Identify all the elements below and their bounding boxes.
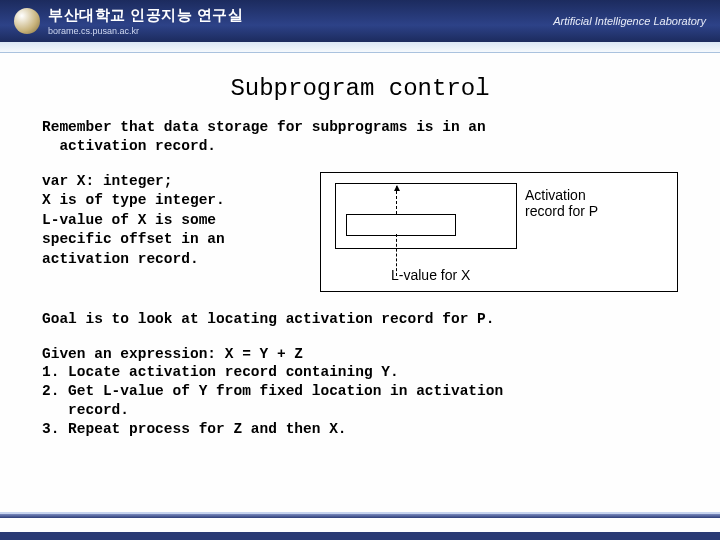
- activation-record-diagram: Activation record for P L-value for X: [320, 172, 678, 292]
- code-block: var X: integer; X is of type integer. L-…: [42, 172, 302, 270]
- steps-text: Given an expression: X = Y + Z 1. Locate…: [42, 345, 678, 439]
- diagram-lvalue-label: L-value for X: [391, 267, 470, 283]
- lab-name-block: 부산대학교 인공지능 연구실 borame.cs.pusan.ac.kr: [48, 6, 243, 36]
- diagram-ar-label: Activation record for P: [525, 187, 598, 221]
- arrow-up-icon: [396, 186, 397, 214]
- slide: 부산대학교 인공지능 연구실 borame.cs.pusan.ac.kr Art…: [0, 0, 720, 540]
- slide-title: Subprogram control: [42, 75, 678, 102]
- lab-name-kr: 부산대학교 인공지능 연구실: [48, 6, 243, 23]
- code-and-diagram-row: var X: integer; X is of type integer. L-…: [42, 172, 678, 292]
- header-left: 부산대학교 인공지능 연구실 borame.cs.pusan.ac.kr: [14, 6, 243, 36]
- lvalue-cell-rect: [346, 214, 456, 236]
- activation-record-rect: [335, 183, 517, 249]
- lab-url: borame.cs.pusan.ac.kr: [48, 26, 243, 36]
- header-divider: [0, 42, 720, 53]
- university-logo-icon: [14, 8, 40, 34]
- content-area: Subprogram control Remember that data st…: [0, 53, 720, 439]
- lab-name-en: Artificial Intelligence Laboratory: [553, 15, 706, 27]
- intro-text: Remember that data storage for subprogra…: [42, 118, 678, 156]
- goal-text: Goal is to look at locating activation r…: [42, 310, 678, 329]
- header-bar: 부산대학교 인공지능 연구실 borame.cs.pusan.ac.kr Art…: [0, 0, 720, 42]
- footer-rule: [0, 514, 720, 518]
